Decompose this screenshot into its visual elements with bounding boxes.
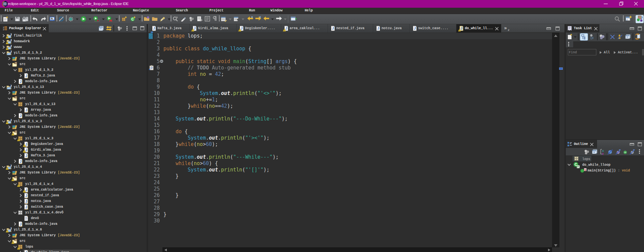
svg-text:J: J <box>10 85 12 88</box>
svg-text:J: J <box>26 251 28 252</box>
svg-text:J: J <box>26 154 28 158</box>
svg-text:J: J <box>26 205 28 209</box>
svg-text:J: J <box>26 194 28 198</box>
svg-text:J: J <box>26 200 28 203</box>
svg-text:J: J <box>10 227 12 230</box>
svg-text:J: J <box>10 33 12 36</box>
svg-text:J: J <box>20 222 22 226</box>
svg-text:J: J <box>377 27 379 30</box>
svg-text:J: J <box>153 27 155 30</box>
svg-text:J: J <box>10 119 12 122</box>
svg-text:J: J <box>26 74 28 78</box>
svg-text:J: J <box>10 39 12 42</box>
svg-text:z: z <box>602 152 604 155</box>
svg-text:J: J <box>26 108 28 112</box>
svg-text:J: J <box>414 27 416 30</box>
svg-text:J: J <box>20 114 22 118</box>
svg-text:C: C <box>132 17 134 21</box>
svg-text:J: J <box>460 27 462 30</box>
svg-text:J: J <box>20 80 22 84</box>
svg-text:J: J <box>641 16 643 19</box>
svg-text:J: J <box>332 27 334 30</box>
svg-text:J: J <box>20 160 22 163</box>
svg-text:S: S <box>585 168 587 171</box>
svg-text:J: J <box>10 50 12 53</box>
svg-text:J: J <box>10 45 12 48</box>
svg-text:J: J <box>10 164 12 167</box>
